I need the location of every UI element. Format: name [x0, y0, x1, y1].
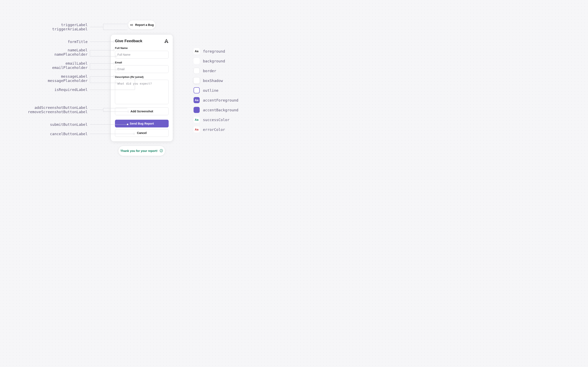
connector-dot [113, 63, 114, 64]
connector-dot [133, 133, 135, 134]
connector [103, 108, 127, 108]
name-input[interactable] [115, 51, 169, 58]
name-label: Full Name [115, 47, 169, 50]
legend-label: accentForeground [203, 98, 238, 102]
swatch-success: Aa [194, 117, 200, 123]
legend-row: background [194, 58, 238, 64]
cancel-label: Cancel [137, 131, 147, 134]
legend-row: outline [194, 87, 238, 93]
message-label: Description (Required) [115, 75, 169, 78]
anno-messagePlaceholder: messagePlaceholder [0, 79, 87, 83]
anno-triggerLabel: triggerLabel [0, 23, 87, 27]
legend-row: Aa successColor [194, 117, 238, 123]
email-input[interactable] [115, 65, 169, 73]
legend-label: outline [203, 88, 218, 92]
legend-label: foreground [203, 49, 225, 53]
connector [90, 76, 114, 77]
connector [90, 134, 134, 134]
connector [90, 63, 114, 64]
svg-point-0 [160, 149, 163, 152]
trigger-label: Report a Bug [135, 23, 154, 26]
connector [103, 24, 103, 30]
anno-messageLabel: messageLabel [0, 75, 87, 79]
connector-dot [113, 76, 114, 77]
anno-emailPlaceholder: emailPlaceholder [0, 66, 87, 70]
check-circle-icon [159, 149, 163, 153]
connector [90, 27, 103, 27]
connector-dot [127, 124, 129, 125]
report-bug-trigger[interactable]: Report a Bug [128, 20, 155, 29]
connector [90, 124, 128, 125]
connector [90, 83, 116, 83]
anno-removeScreenshotButtonLabel: removeScreenshotButtonLabel [0, 110, 87, 114]
connector-dot [127, 111, 129, 112]
legend-row: Aa errorColor [194, 126, 238, 133]
swatch-boxshadow [194, 77, 200, 83]
add-screenshot-label: Add Screenshot [130, 110, 153, 113]
swatch-outline [194, 87, 200, 93]
megaphone-icon [130, 23, 133, 27]
connector-dot [115, 82, 117, 83]
legend-row: Aa accentForeground [194, 97, 238, 103]
anno-namePlaceholder: namePlaceholder [0, 52, 87, 57]
legend-label: background [203, 59, 225, 63]
anno-formTitle: formTitle [0, 40, 87, 44]
connector [90, 69, 116, 70]
legend-row: Aa foreground [194, 48, 238, 54]
form-title: Give Feedback [115, 39, 142, 43]
swatch-error: Aa [194, 126, 200, 133]
connector [90, 76, 90, 83]
legend-row: boxShadow [194, 77, 238, 83]
connector-dot [115, 69, 117, 70]
feedback-form-card: Give Feedback Full Name Email Descriptio… [111, 35, 173, 141]
swatch-background [194, 58, 200, 64]
cancel-button[interactable]: Cancel [115, 129, 169, 137]
swatch-accent-foreground: Aa [194, 97, 200, 103]
connector [90, 42, 114, 42]
connector [103, 108, 103, 111]
connector-dot [113, 41, 114, 42]
legend-row: accentBackground [194, 107, 238, 113]
connector [90, 63, 90, 69]
email-label: Email [115, 61, 169, 64]
submit-button[interactable]: Send Bug Report [115, 120, 169, 127]
legend-label: accentBackground [203, 108, 238, 112]
success-label: Thank you for your report! [120, 149, 157, 152]
connector [103, 111, 127, 112]
connector-dot [134, 77, 136, 78]
sentry-icon [164, 39, 169, 43]
swatch-accent-background [194, 107, 200, 113]
anno-addScreenshotButtonLabel: addScreenshotButtonLabel [0, 106, 87, 110]
connector-dot [113, 49, 114, 51]
legend-label: boxShadow [203, 78, 223, 83]
anno-cancelButtonLabel: cancelButtonLabel [0, 132, 87, 136]
swatch-border [194, 68, 200, 74]
connector [90, 50, 90, 56]
anno-isRequiredLabel: isRequiredLabel [0, 88, 87, 92]
legend-label: successColor [203, 118, 229, 122]
connector [103, 24, 127, 24]
anno-emailLabel: emailLabel [0, 61, 87, 66]
anno-nameLabel: nameLabel [0, 48, 87, 52]
connector [90, 110, 103, 110]
submit-label: Send Bug Report [130, 122, 154, 125]
legend-row: border [194, 68, 238, 74]
color-legend: Aa foreground background border boxShado… [194, 48, 238, 133]
connector [90, 56, 116, 57]
add-screenshot-button[interactable]: Add Screenshot [115, 108, 169, 115]
success-message-pill: Thank you for your report! [118, 146, 165, 156]
anno-triggerAriaLabel: triggerAriaLabel [0, 27, 87, 31]
anno-submitButtonLabel: submitButtonLabel [0, 123, 87, 127]
legend-label: border [203, 69, 216, 73]
swatch-foreground: Aa [194, 48, 200, 54]
legend-label: errorColor [203, 127, 225, 132]
connector-dot [115, 55, 117, 57]
message-textarea[interactable] [115, 80, 169, 104]
